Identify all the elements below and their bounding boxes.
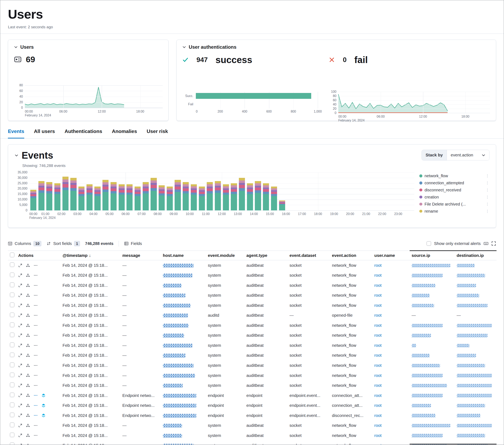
stacked-bar[interactable] [183, 182, 189, 210]
more-actions-icon[interactable] [34, 393, 38, 397]
tab-authentications[interactable]: Authentications [64, 128, 102, 139]
expand-event-icon[interactable] [18, 373, 22, 377]
expand-event-icon[interactable] [18, 433, 22, 438]
row-checkbox[interactable] [10, 383, 14, 387]
stacked-bar[interactable] [94, 187, 100, 210]
column-header-timestamp[interactable]: @timestamp↓ [61, 250, 120, 260]
stack-by-select[interactable]: event.action [447, 150, 489, 160]
stacked-bar[interactable] [159, 185, 165, 210]
stacked-bar[interactable] [271, 187, 277, 210]
row-checkbox[interactable] [10, 342, 14, 347]
legend-options-icon[interactable]: ⋮ [486, 181, 489, 185]
stacked-bar[interactable] [247, 183, 253, 210]
tab-user-risk[interactable]: User risk [147, 128, 168, 139]
expand-event-icon[interactable] [18, 273, 22, 277]
user-name-link[interactable]: root [374, 373, 381, 378]
more-actions-icon[interactable] [34, 413, 38, 418]
stacked-bar[interactable] [167, 187, 173, 210]
stacked-bar[interactable] [255, 181, 261, 210]
expand-event-icon[interactable] [18, 363, 22, 368]
analyze-event-icon[interactable] [26, 393, 30, 397]
expand-event-icon[interactable] [18, 283, 22, 287]
legend-item[interactable]: connection_attempted⋮ [419, 179, 489, 187]
chevron-down-icon[interactable] [14, 45, 18, 49]
row-checkbox[interactable] [10, 413, 14, 417]
legend-options-icon[interactable]: ⋮ [486, 209, 489, 213]
stacked-bar[interactable] [119, 184, 125, 210]
stacked-bar[interactable] [38, 181, 44, 210]
user-name-link[interactable]: root [374, 433, 381, 438]
analyze-event-icon[interactable] [26, 443, 30, 445]
user-name-link[interactable]: root [374, 333, 381, 338]
stacked-bar[interactable] [239, 178, 245, 210]
select-all-checkbox[interactable] [10, 253, 14, 257]
columns-button[interactable]: Columns 10 [8, 241, 41, 246]
row-checkbox[interactable] [10, 263, 14, 267]
user-name-link[interactable]: root [374, 303, 381, 308]
column-header-eventaction[interactable]: event.action [330, 250, 372, 260]
stacked-bar[interactable] [175, 180, 181, 210]
fullscreen-icon[interactable] [491, 241, 496, 246]
column-header-eventmodule[interactable]: event.module [206, 250, 245, 260]
row-checkbox[interactable] [10, 353, 14, 357]
row-checkbox[interactable] [10, 303, 14, 307]
stacked-bar[interactable] [191, 184, 197, 210]
stacked-bar[interactable] [78, 187, 85, 210]
user-name-link[interactable]: root [374, 443, 381, 445]
row-checkbox[interactable] [10, 313, 14, 317]
fields-button[interactable]: Fields [124, 241, 142, 246]
expand-event-icon[interactable] [18, 403, 22, 408]
expand-event-icon[interactable] [18, 353, 22, 357]
expand-event-icon[interactable] [18, 383, 22, 388]
legend-item[interactable]: disconnect_received⋮ [419, 187, 489, 194]
row-checkbox[interactable] [10, 273, 14, 277]
analyze-event-icon[interactable] [26, 383, 30, 388]
keyboard-shortcuts-icon[interactable] [484, 241, 488, 246]
stacked-bar[interactable] [231, 183, 237, 210]
column-header-username[interactable]: user.name [372, 250, 410, 260]
stacked-bar[interactable] [263, 183, 269, 210]
stacked-bar[interactable] [199, 187, 205, 210]
analyze-event-icon[interactable] [26, 433, 30, 438]
analyze-event-icon[interactable] [26, 373, 30, 377]
row-checkbox[interactable] [10, 443, 14, 445]
user-name-link[interactable]: root [374, 283, 381, 287]
more-actions-icon[interactable] [34, 433, 38, 438]
expand-event-icon[interactable] [18, 333, 22, 338]
user-name-link[interactable]: root [374, 353, 381, 357]
stacked-bar[interactable] [62, 177, 69, 210]
tab-events[interactable]: Events [8, 128, 24, 139]
expand-event-icon[interactable] [18, 393, 22, 397]
row-checkbox[interactable] [10, 363, 14, 367]
expand-event-icon[interactable] [18, 313, 22, 318]
row-checkbox[interactable] [10, 403, 14, 407]
more-actions-icon[interactable] [34, 283, 38, 287]
stacked-bar[interactable] [135, 187, 141, 210]
expand-event-icon[interactable] [18, 413, 22, 418]
column-header-sourceip[interactable]: source.ip [410, 250, 455, 260]
more-actions-icon[interactable] [34, 323, 38, 328]
legend-item[interactable]: creation⋮ [419, 194, 489, 201]
legend-options-icon[interactable]: ⋮ [486, 202, 489, 206]
more-actions-icon[interactable] [34, 443, 38, 445]
row-checkbox[interactable] [10, 333, 14, 337]
stacked-bar[interactable] [46, 182, 52, 210]
column-header-eventdataset[interactable]: event.dataset [288, 250, 330, 260]
stacked-bar[interactable] [70, 178, 76, 210]
user-name-link[interactable]: root [374, 343, 381, 348]
legend-options-icon[interactable]: ⋮ [486, 188, 489, 192]
more-actions-icon[interactable] [34, 313, 38, 318]
analyze-event-icon[interactable] [26, 323, 30, 328]
expand-event-icon[interactable] [18, 443, 22, 445]
analyze-event-icon[interactable] [26, 263, 30, 267]
more-actions-icon[interactable] [34, 363, 38, 368]
legend-options-icon[interactable]: ⋮ [486, 195, 489, 199]
user-name-link[interactable]: root [374, 403, 381, 408]
stacked-bar[interactable] [54, 183, 60, 210]
row-checkbox[interactable] [10, 423, 14, 427]
user-name-link[interactable]: root [374, 363, 381, 368]
more-actions-icon[interactable] [34, 423, 38, 428]
more-actions-icon[interactable] [34, 293, 38, 298]
tab-anomalies[interactable]: Anomalies [112, 128, 137, 139]
row-checkbox[interactable] [10, 433, 14, 437]
